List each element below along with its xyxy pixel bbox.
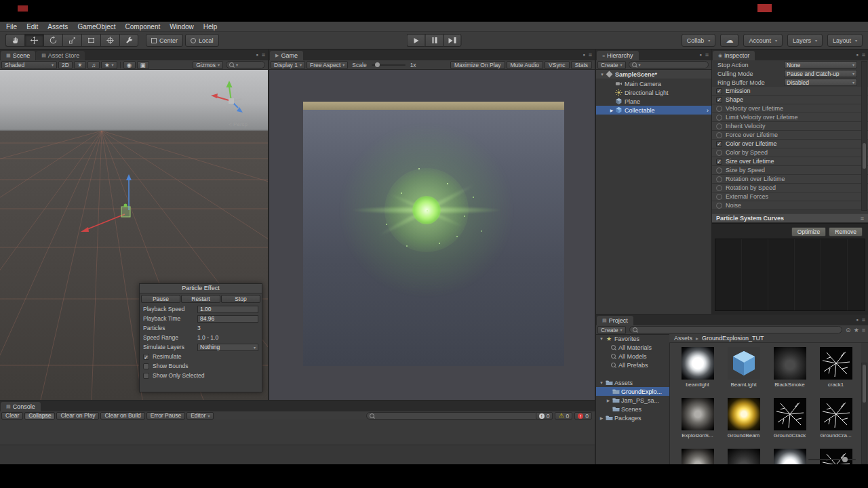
module-color-by-speed[interactable]: Color by Speed	[712, 148, 868, 157]
noise-toggle[interactable]	[716, 203, 722, 209]
move-tool-button[interactable]	[24, 34, 43, 47]
console-log-list[interactable]	[0, 420, 595, 464]
folder-jam-ps-sa[interactable]: ▶Jam_PS_sa...	[596, 396, 669, 405]
mute-audio-toggle[interactable]: Mute Audio	[507, 61, 544, 69]
asset-groundcra[interactable]: GroundCra...	[813, 396, 859, 446]
module-noise[interactable]: Noise	[712, 201, 868, 210]
rect-tool-button[interactable]	[81, 34, 100, 47]
inherit-velocity-toggle[interactable]	[716, 123, 722, 129]
particle-system-curves-header[interactable]: Particle System Curves ≡	[712, 213, 868, 223]
custom-tool-button[interactable]	[119, 34, 138, 47]
asset-groundcrack[interactable]: GroundCrack	[767, 396, 812, 446]
module-size-by-speed[interactable]: Size by Speed	[712, 166, 868, 175]
dock-menu-icon[interactable]: ≡	[862, 52, 865, 58]
scene-viewport[interactable]: < Persp Particle Effect Pause Restart St…	[0, 70, 268, 400]
module-shape[interactable]: ✓Shape	[712, 96, 868, 104]
show-bounds-checkbox[interactable]	[143, 363, 149, 369]
color-over-lifetime-toggle[interactable]: ✓	[716, 141, 722, 147]
curves-menu-icon[interactable]: ≡	[861, 215, 864, 222]
clear-button[interactable]: Clear	[1, 412, 23, 420]
breadcrumb-current-folder[interactable]: GroundExplosion_TUT	[702, 335, 764, 342]
aspect-dropdown[interactable]: Free Aspect▾	[307, 61, 348, 69]
menu-file[interactable]: File	[1, 23, 22, 30]
dock-menu-icon[interactable]: ≡	[862, 317, 865, 323]
module-rotation-by-speed[interactable]: Rotation by Speed	[712, 184, 868, 192]
emission-toggle[interactable]: ✓	[716, 88, 722, 94]
folder-scenes[interactable]: Scenes	[596, 405, 669, 413]
display-dropdown[interactable]: Display 1▾	[271, 61, 305, 69]
tab-asset-store[interactable]: ▤ Asset Store	[36, 51, 85, 60]
particles-pause-button[interactable]: Pause	[141, 295, 180, 303]
favorite-all-prefabs[interactable]: All Prefabs	[596, 361, 669, 369]
menu-edit[interactable]: Edit	[22, 23, 43, 30]
gizmos-dropdown[interactable]: Gizmos▾	[193, 61, 223, 69]
asset-crack1[interactable]: crack1	[813, 346, 859, 395]
hierarchy-scene-row[interactable]: ▼SampleScene*	[596, 70, 711, 79]
tab-project[interactable]: ▤ Project	[597, 316, 633, 325]
simulate-layers-dropdown[interactable]: Nothing▾	[197, 344, 258, 351]
scene-audio-toggle[interactable]: ♫	[87, 61, 100, 69]
external-forces-toggle[interactable]	[716, 194, 722, 200]
vsync-toggle[interactable]: VSync	[545, 61, 570, 69]
scene-effects-dropdown[interactable]: ★▾	[101, 61, 117, 69]
hierarchy-item-directional-light[interactable]: Directional Light	[596, 88, 711, 97]
stop-action-dropdown[interactable]: None▾	[784, 61, 857, 68]
layers-dropdown[interactable]: Layers▾	[787, 34, 823, 47]
tab-game[interactable]: ▶ Game	[270, 51, 303, 60]
dock-menu-icon[interactable]: ≡	[589, 52, 592, 58]
assets-folder-row[interactable]: ▼Assets	[596, 378, 669, 387]
scale-slider[interactable]	[372, 64, 406, 66]
dock-menu-icon[interactable]: ≡	[705, 52, 709, 58]
editor-button[interactable]: Editor▾	[186, 412, 214, 420]
pause-button[interactable]	[425, 34, 443, 47]
particles-restart-button[interactable]: Restart	[181, 295, 220, 303]
shading-mode-dropdown[interactable]: Shaded▾	[1, 61, 57, 69]
rotate-tool-button[interactable]	[43, 34, 62, 47]
force-over-lifetime-toggle[interactable]	[716, 132, 722, 138]
menu-assets[interactable]: Assets	[43, 23, 73, 30]
info-count-toggle[interactable]: ! 0	[536, 412, 553, 420]
collab-dropdown[interactable]: Collab▾	[682, 34, 716, 47]
color-by-speed-toggle[interactable]	[716, 150, 722, 156]
tab-hierarchy[interactable]: ≡ Hierarchy	[597, 51, 639, 60]
expand-arrow[interactable]: ▶	[605, 398, 612, 403]
error-pause-button[interactable]: Error Pause	[146, 412, 185, 420]
expand-arrow[interactable]: ▼	[599, 73, 606, 77]
clear-on-play-button[interactable]: Clear on Play	[56, 412, 99, 420]
inspector-scrollbar-thumb[interactable]	[863, 143, 866, 169]
show-only-selected-checkbox[interactable]	[143, 373, 149, 379]
project-scrollbar-thumb[interactable]	[863, 365, 866, 403]
module-color-over-lifetime[interactable]: ✓Color over Lifetime	[712, 140, 868, 148]
asset-beamlight[interactable]: beamlight	[675, 346, 720, 395]
module-inherit-velocity[interactable]: Inherit Velocity	[712, 122, 868, 131]
scene-lighting-toggle[interactable]: ☀	[74, 61, 86, 69]
hierarchy-create-dropdown[interactable]: Create▾	[597, 61, 626, 69]
project-search-field[interactable]	[629, 326, 843, 333]
scale-tool-button[interactable]	[62, 34, 81, 47]
project-create-dropdown[interactable]: Create▾	[597, 326, 626, 334]
menu-help[interactable]: Help	[199, 23, 222, 30]
module-velocity-over-lifetime[interactable]: Velocity over Lifetime	[712, 104, 868, 113]
tab-console[interactable]: ▤ Console	[1, 402, 41, 411]
packages-row[interactable]: ▶Packages	[596, 413, 669, 422]
folder-groundexplo[interactable]: GroundExplo...	[596, 387, 669, 396]
dock-menu-icon[interactable]: ≡	[262, 52, 265, 58]
dock-options-icon[interactable]: ▪	[256, 52, 258, 58]
culling-mode-dropdown[interactable]: Pause and Catch-up▾	[784, 70, 857, 77]
rotation-by-speed-toggle[interactable]	[716, 185, 722, 191]
dock-options-icon[interactable]: ▪	[856, 52, 859, 58]
expand-arrow[interactable]: ▼	[598, 337, 605, 341]
menu-component[interactable]: Component	[121, 23, 165, 30]
scene-visibility-toggle[interactable]: ◉	[123, 61, 136, 69]
breadcrumb-assets[interactable]: Assets	[674, 335, 692, 342]
expand-arrow[interactable]: ▶	[598, 415, 605, 420]
menu-gameobject[interactable]: GameObject	[73, 23, 120, 30]
warning-count-toggle[interactable]: ⚠ 0	[555, 412, 572, 420]
expand-arrow[interactable]: ▼	[598, 381, 605, 385]
shape-toggle[interactable]: ✓	[716, 97, 722, 103]
expand-arrow[interactable]: ▶	[608, 108, 615, 113]
playback-time-field[interactable]: 84.96	[197, 315, 258, 323]
module-emission[interactable]: ✓Emission	[712, 87, 868, 96]
project-menu-icon[interactable]: ≡	[862, 327, 865, 333]
scale-slider-knob[interactable]	[375, 62, 380, 67]
